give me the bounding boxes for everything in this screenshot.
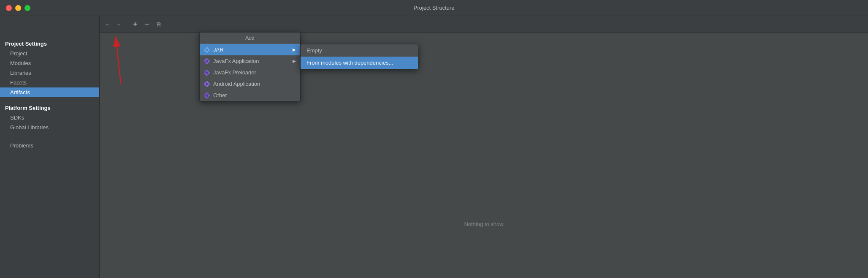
jar-label: JAR — [213, 46, 224, 53]
add-menu-item-other[interactable]: Other — [200, 90, 300, 101]
javafx-app-arrow: ▶ — [293, 59, 296, 63]
add-menu-item-jar[interactable]: JAR ▶ Empty From modules with dependenci… — [200, 44, 300, 55]
javafx-preloader-label: JavaFx Preloader — [213, 69, 256, 76]
window-controls — [6, 5, 30, 11]
android-app-icon — [204, 81, 210, 87]
main-layout: Project Settings Project Modules Librari… — [0, 16, 868, 278]
sidebar-item-global-libraries[interactable]: Global Libraries — [0, 123, 99, 132]
toolbar: ← → + − ⎘ — [100, 16, 868, 33]
content-area: ← → + − ⎘ Nothing to show Add — [100, 16, 868, 278]
add-menu-item-javafx-app[interactable]: JavaFx Application ▶ — [200, 55, 300, 67]
sidebar-item-project[interactable]: Project — [0, 49, 99, 58]
sidebar-item-libraries[interactable]: Libraries — [0, 68, 99, 78]
close-button[interactable] — [6, 5, 12, 11]
nothing-to-show-label: Nothing to show — [464, 221, 503, 227]
platform-settings-header: Platform Settings — [0, 102, 99, 113]
submenu-item-from-modules[interactable]: From modules with dependencies... — [301, 57, 418, 69]
sidebar-item-sdks[interactable]: SDKs — [0, 113, 99, 123]
titlebar: Project Structure — [0, 0, 868, 16]
add-menu-header: Add — [200, 33, 300, 44]
sidebar: Project Settings Project Modules Librari… — [0, 16, 100, 278]
submenu-item-empty[interactable]: Empty — [301, 44, 418, 57]
sidebar-item-modules[interactable]: Modules — [0, 58, 99, 68]
javafx-preloader-icon — [204, 70, 210, 76]
javafx-app-icon — [204, 58, 210, 64]
maximize-button[interactable] — [24, 5, 30, 11]
other-label: Other — [213, 92, 227, 98]
back-button[interactable]: ← — [103, 20, 112, 29]
forward-button[interactable]: → — [114, 20, 123, 29]
add-dropdown-menu: Add JAR ▶ Empty From modules with de — [199, 32, 301, 101]
window-title: Project Structure — [414, 5, 455, 11]
copy-button[interactable]: ⎘ — [154, 19, 164, 30]
sidebar-item-problems[interactable]: Problems — [0, 141, 99, 150]
minimize-button[interactable] — [15, 5, 21, 11]
jar-submenu: Empty From modules with dependencies... — [300, 44, 418, 69]
add-button[interactable]: + — [130, 19, 140, 30]
add-menu-item-android-app[interactable]: Android Application — [200, 78, 300, 90]
add-menu-item-javafx-preloader[interactable]: JavaFx Preloader — [200, 67, 300, 78]
remove-button[interactable]: − — [142, 19, 152, 30]
other-icon — [204, 93, 210, 98]
jar-arrow: ▶ — [293, 47, 296, 52]
sidebar-item-artifacts[interactable]: Artifacts — [0, 87, 99, 97]
project-settings-header: Project Settings — [0, 38, 99, 49]
android-app-label: Android Application — [213, 81, 260, 87]
javafx-app-label: JavaFx Application — [213, 58, 259, 64]
sidebar-item-facets[interactable]: Facets — [0, 78, 99, 87]
jar-icon — [204, 47, 210, 53]
